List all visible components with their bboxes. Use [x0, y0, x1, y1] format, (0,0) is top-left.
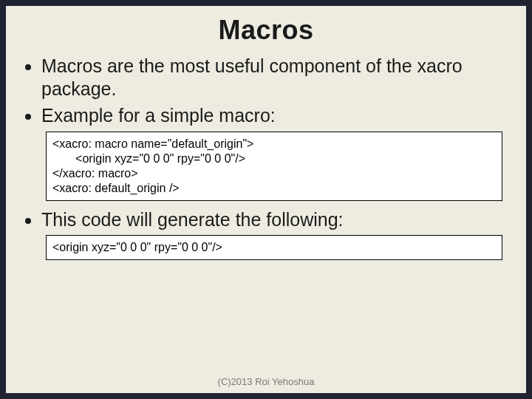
- bullet-item: Example for a simple macro:: [41, 104, 511, 127]
- code-box-output: <origin xyz="0 0 0" rpy="0 0 0"/>: [46, 235, 502, 260]
- bullet-list: Macros are the most useful component of …: [21, 55, 511, 127]
- slide-frame: Macros Macros are the most useful compon…: [0, 0, 532, 399]
- bullet-item: This code will generate the following:: [41, 208, 511, 231]
- slide-footer: (C)2013 Roi Yehoshua: [6, 376, 526, 387]
- slide-title: Macros: [6, 6, 526, 47]
- bullet-item: Macros are the most useful component of …: [41, 55, 511, 100]
- slide-body: Macros Macros are the most useful compon…: [6, 6, 526, 393]
- slide-content: Macros are the most useful component of …: [6, 47, 526, 260]
- code-box-macro: <xacro: macro name="default_origin"> <or…: [46, 132, 502, 201]
- bullet-list: This code will generate the following:: [21, 208, 511, 231]
